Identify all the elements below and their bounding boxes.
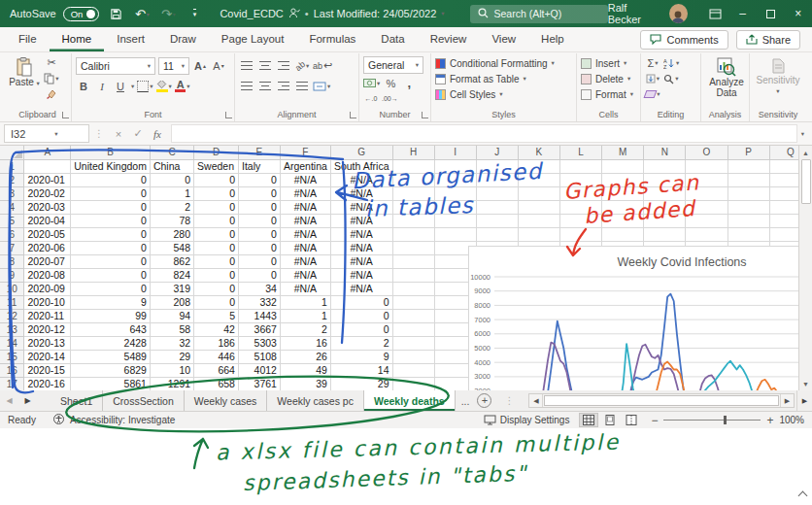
cell-D2[interactable]: 0 (194, 173, 239, 186)
cell-K6[interactable] (518, 227, 559, 241)
cell-G4[interactable]: #N/A (330, 200, 392, 214)
display-settings-button[interactable]: Display Settings (484, 415, 570, 425)
cell-G5[interactable]: #N/A (330, 214, 392, 227)
minimize-button[interactable]: – (728, 0, 757, 27)
cell-H6[interactable] (392, 227, 434, 241)
row-header-7[interactable]: 7 (0, 241, 24, 254)
zoom-slider[interactable] (663, 420, 761, 421)
cell-D15[interactable]: 446 (194, 350, 239, 363)
column-header-O[interactable]: O (686, 146, 727, 159)
cell-B15[interactable]: 5489 (71, 350, 151, 363)
underline-dropdown-icon[interactable]: ▾ (131, 83, 134, 90)
cell-E14[interactable]: 5303 (238, 336, 280, 350)
cell-C11[interactable]: 208 (150, 295, 193, 309)
alignment-dialog-launcher[interactable] (350, 112, 356, 118)
cell-D3[interactable]: 0 (194, 186, 239, 200)
autosave-toggle[interactable]: On (63, 7, 100, 21)
column-header-B[interactable]: B (71, 146, 151, 159)
cell-N2[interactable] (644, 173, 686, 186)
row-header-17[interactable]: 17 (0, 377, 24, 390)
cell-M4[interactable] (601, 200, 643, 214)
cell-H11[interactable] (392, 295, 434, 309)
last-modified[interactable]: Last Modified: 24/05/2022 (314, 8, 437, 19)
cell-B4[interactable]: 0 (71, 200, 151, 214)
increase-font-size-icon[interactable]: A▴ (192, 58, 208, 73)
row-header-12[interactable]: 12 (0, 309, 24, 322)
cell-G7[interactable]: #N/A (330, 241, 392, 254)
cell-I2[interactable] (434, 173, 476, 186)
cell-C6[interactable]: 280 (150, 227, 193, 241)
align-center-icon[interactable] (257, 79, 273, 93)
vertical-scrollbar[interactable]: ▲ ▼ (798, 146, 812, 390)
align-right-icon[interactable] (276, 79, 291, 93)
cell-H14[interactable] (392, 336, 434, 350)
cell-F10[interactable]: #N/A (280, 282, 330, 295)
zoom-in-icon[interactable]: + (766, 414, 773, 427)
cell-A3[interactable]: 2020-02 (24, 186, 71, 200)
expand-formula-bar-icon[interactable]: ▾ (801, 130, 804, 138)
cell-O4[interactable] (686, 200, 727, 214)
cell-G2[interactable]: #N/A (330, 173, 392, 186)
cell-A9[interactable]: 2020-08 (24, 268, 71, 282)
cell-M5[interactable] (601, 214, 643, 227)
cell-L5[interactable] (559, 214, 601, 227)
cell-M6[interactable] (601, 227, 643, 241)
scroll-right-icon[interactable]: ▶ (780, 394, 794, 407)
font-name-select[interactable]: Calibri▾ (76, 57, 155, 75)
row-header-13[interactable]: 13 (0, 322, 24, 336)
tab-scroll-right-icon[interactable]: ▶ (796, 390, 812, 411)
row-header-8[interactable]: 8 (0, 254, 24, 268)
cell-G16[interactable]: 14 (330, 363, 392, 377)
cell-J3[interactable] (476, 186, 518, 200)
cell-K2[interactable] (518, 173, 559, 186)
align-bottom-icon[interactable] (276, 58, 291, 73)
cell-D14[interactable]: 186 (194, 336, 239, 350)
redo-icon[interactable]: ↷▾ (158, 7, 178, 21)
maximize-button[interactable] (757, 0, 785, 27)
cell-A11[interactable]: 2020-10 (24, 295, 71, 309)
cell-D1[interactable]: Sweden (194, 159, 239, 173)
row-header-16[interactable]: 16 (0, 363, 24, 377)
cell-E10[interactable]: 34 (238, 282, 280, 295)
column-header-N[interactable]: N (644, 146, 686, 159)
row-header-11[interactable]: 11 (0, 295, 24, 309)
cell-B2[interactable]: 0 (71, 173, 151, 186)
cell-A8[interactable]: 2020-07 (24, 254, 71, 268)
cell-H16[interactable] (392, 363, 434, 377)
cell-L4[interactable] (559, 200, 601, 214)
column-header-G[interactable]: G (330, 146, 392, 159)
cell-F8[interactable]: #N/A (280, 254, 330, 268)
cell-B1[interactable]: United Kingdom (71, 159, 151, 173)
cell-E16[interactable]: 4012 (238, 363, 280, 377)
name-box[interactable]: I32 ▾ (4, 124, 89, 143)
search-box[interactable]: Search (Alt+Q) (470, 5, 608, 23)
cell-C9[interactable]: 824 (150, 268, 193, 282)
cell-E17[interactable]: 3761 (238, 377, 280, 390)
percent-style-icon[interactable]: % (383, 76, 398, 90)
avatar[interactable] (669, 4, 688, 23)
cell-L2[interactable] (559, 173, 601, 186)
ribbon-tab-view[interactable]: View (479, 27, 528, 51)
decrease-font-size-icon[interactable]: A▾ (211, 58, 226, 73)
column-header-K[interactable]: K (518, 146, 559, 159)
cell-F16[interactable]: 49 (280, 363, 330, 377)
increase-decimal-icon[interactable]: ←.0 (363, 91, 379, 106)
confirm-entry-icon[interactable]: ✓ (128, 127, 148, 140)
customize-quick-access-icon[interactable]: ▾ (185, 9, 204, 18)
cell-E3[interactable]: 0 (238, 186, 280, 200)
paste-button[interactable]: Paste ▾ (8, 55, 41, 88)
column-header-J[interactable]: J (476, 146, 518, 159)
fill-down-icon[interactable]: ▾ (645, 72, 660, 86)
ribbon-tab-insert[interactable]: Insert (104, 27, 157, 51)
cell-C7[interactable]: 548 (150, 241, 193, 254)
cell-F17[interactable]: 39 (280, 377, 330, 390)
column-header-P[interactable]: P (727, 146, 769, 159)
cell-E6[interactable]: 0 (238, 227, 280, 241)
ribbon-tab-formulas[interactable]: Formulas (296, 27, 368, 51)
cell-C12[interactable]: 94 (150, 309, 193, 322)
select-all-corner[interactable] (0, 146, 24, 159)
cell-E11[interactable]: 332 (238, 295, 280, 309)
font-size-select[interactable]: 11▾ (158, 57, 189, 75)
italic-button[interactable]: I (94, 79, 110, 93)
column-header-D[interactable]: D (194, 146, 239, 159)
